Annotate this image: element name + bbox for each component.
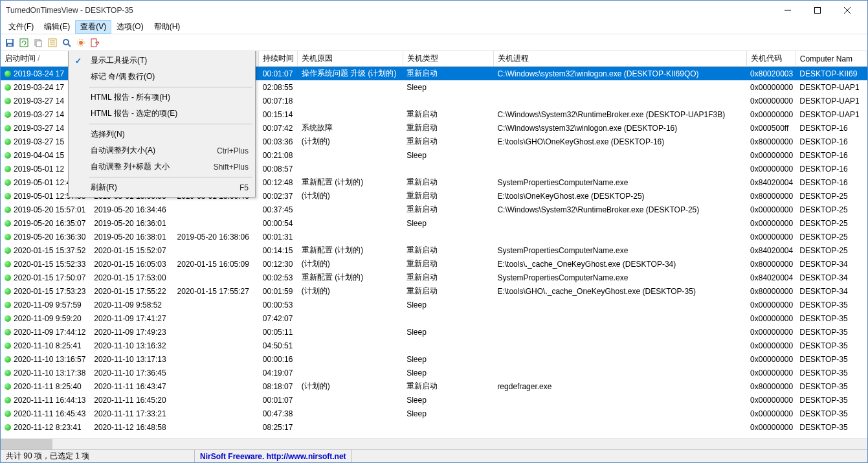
cell bbox=[403, 230, 493, 243]
toolbar bbox=[1, 34, 867, 51]
cell bbox=[173, 325, 258, 339]
content-area: 启动时间 /.持续时间关机原因关机类型关机进程关机代码Computer Nam … bbox=[1, 51, 867, 438]
column-header-6[interactable]: 关机进程 bbox=[493, 51, 746, 67]
cell: 0x80000000 bbox=[746, 284, 796, 298]
table-row[interactable]: 2020-11-10 8:25:412020-11-10 13:16:3204:… bbox=[1, 339, 867, 352]
cell bbox=[493, 339, 746, 352]
column-header-7[interactable]: 关机代码 bbox=[746, 51, 796, 67]
menu-separator bbox=[89, 87, 252, 87]
exit-icon[interactable] bbox=[89, 36, 102, 49]
menu-entry-7[interactable]: 选择列(N) bbox=[70, 126, 254, 142]
settings-icon[interactable] bbox=[74, 36, 87, 49]
cell: DESKTOP-25 bbox=[796, 243, 867, 257]
column-header-3[interactable]: 持续时间 bbox=[259, 51, 298, 67]
cell bbox=[493, 352, 746, 366]
cell: 重新启动 bbox=[403, 189, 493, 203]
cell: 0x80000000 bbox=[746, 379, 796, 393]
status-dot-icon bbox=[5, 315, 11, 322]
cell: (计划的) bbox=[298, 284, 403, 298]
cell bbox=[173, 366, 258, 379]
column-header-4[interactable]: 关机原因 bbox=[298, 51, 403, 67]
cell: 2020-11-10 13:16:32 bbox=[90, 339, 173, 352]
table-row[interactable]: 2020-11-10 13:17:382020-11-10 17:36:4504… bbox=[1, 366, 867, 379]
cell: DESKTOP-35 bbox=[796, 311, 867, 325]
minimize-button[interactable] bbox=[773, 1, 803, 20]
table-row[interactable]: 2020-01-15 17:53:232020-01-15 17:55:2220… bbox=[1, 284, 867, 298]
table-row[interactable]: 2020-01-15 15:37:522020-01-15 15:52:0700… bbox=[1, 243, 867, 257]
menu-item-3[interactable]: 选项(O) bbox=[111, 20, 148, 34]
cell: 系统故障 bbox=[298, 121, 403, 135]
status-dot-icon bbox=[5, 207, 11, 213]
table-row[interactable]: 2020-11-11 16:45:432020-11-11 17:33:2100… bbox=[1, 407, 867, 420]
table-row[interactable]: 2020-01-15 15:52:332020-01-15 16:05:0320… bbox=[1, 257, 867, 271]
menu-item-0[interactable]: 文件(F) bbox=[3, 20, 39, 34]
menu-item-2[interactable]: 查看(V) bbox=[75, 20, 111, 34]
table-row[interactable]: 2019-05-20 16:36:302019-05-20 16:38:0120… bbox=[1, 230, 867, 243]
cell: 00:12:48 bbox=[259, 175, 298, 189]
horizontal-scrollbar[interactable] bbox=[1, 438, 867, 449]
statusbar: 共计 90 项，已选定 1 项 NirSoft Freeware. http:/… bbox=[1, 449, 867, 462]
menu-entry-1[interactable]: ✓显示工具提示(T) bbox=[70, 52, 254, 69]
cell bbox=[173, 243, 258, 257]
cell: C:\Windows\System32\RuntimeBroker.exe (D… bbox=[493, 203, 746, 216]
cell: DESKTOP-16 bbox=[796, 135, 867, 148]
table-row[interactable]: 2020-11-12 8:23:412020-11-12 16:48:5808:… bbox=[1, 420, 867, 434]
table-row[interactable]: 2020-01-15 17:50:072020-01-15 17:53:0000… bbox=[1, 271, 867, 284]
cell: DESKTOP-UAP1 bbox=[796, 107, 867, 121]
cell: 08:18:07 bbox=[259, 379, 298, 393]
cell: 0x00000000 bbox=[746, 230, 796, 243]
cell: 00:01:07 bbox=[259, 67, 298, 81]
cell: (计划的) bbox=[298, 135, 403, 148]
cell: 00:02:53 bbox=[259, 271, 298, 284]
cell: C:\Windows\system32\winlogon.exe (DESKTO… bbox=[493, 67, 746, 81]
menu-entry-4[interactable]: HTML 报告 - 所有项(H) bbox=[70, 89, 254, 106]
copy-icon[interactable] bbox=[32, 36, 45, 49]
menubar: 文件(F)编辑(E)查看(V)选项(O)帮助(H) bbox=[1, 20, 867, 34]
menu-entry-9[interactable]: 自动调整 列+标题 大小Shift+Plus bbox=[70, 159, 254, 175]
menu-item-1[interactable]: 编辑(E) bbox=[39, 20, 75, 34]
cell: E:\tools\._cache_OneKeyGhost.exe (DESKTO… bbox=[493, 257, 746, 271]
menu-entry-2[interactable]: 标记 奇/偶 数行(O) bbox=[70, 69, 254, 85]
scrollbar-thumb[interactable] bbox=[1, 439, 52, 449]
cell: 2020-11-10 17:36:45 bbox=[90, 366, 173, 379]
cell: 0x000500ff bbox=[746, 121, 796, 135]
cell: 00:08:57 bbox=[259, 162, 298, 175]
refresh-icon[interactable] bbox=[17, 36, 30, 49]
table-row[interactable]: 2020-11-11 8:25:402020-11-11 16:43:4708:… bbox=[1, 379, 867, 393]
cell: DESKTOP-35 bbox=[796, 366, 867, 379]
table-row[interactable]: 2020-11-09 17:44:122020-11-09 17:49:2300… bbox=[1, 325, 867, 339]
menu-entry-11[interactable]: 刷新(R)F5 bbox=[70, 179, 254, 196]
status-count: 共计 90 项，已选定 1 项 bbox=[1, 450, 195, 462]
save-icon[interactable] bbox=[3, 36, 16, 49]
close-button[interactable] bbox=[832, 1, 862, 20]
cell: DESKTOP-25 bbox=[796, 230, 867, 243]
status-dot-icon bbox=[5, 424, 11, 431]
cell: 2020-11-11 16:43:47 bbox=[90, 379, 173, 393]
view-menu-dropdown: 显示网格线(G)✓显示工具提示(T)标记 奇/偶 数行(O)HTML 报告 - … bbox=[68, 51, 256, 198]
svg-rect-1 bbox=[815, 8, 821, 14]
menu-item-4[interactable]: 帮助(H) bbox=[149, 20, 186, 34]
cell bbox=[298, 393, 403, 407]
table-row[interactable]: 2019-05-20 16:35:072019-05-20 16:36:0100… bbox=[1, 216, 867, 230]
maximize-button[interactable] bbox=[803, 1, 832, 20]
column-header-8[interactable]: Computer Nam bbox=[796, 51, 867, 67]
table-row[interactable]: 2020-11-09 9:57:592020-11-09 9:58:5200:0… bbox=[1, 298, 867, 311]
table-row[interactable]: 2020-11-11 16:44:132020-11-11 16:45:2000… bbox=[1, 393, 867, 407]
column-header-5[interactable]: 关机类型 bbox=[403, 51, 493, 67]
table-row[interactable]: 2019-05-20 15:57:012019-05-20 16:34:4600… bbox=[1, 203, 867, 216]
menu-entry-5[interactable]: HTML 报告 - 选定的项(E) bbox=[70, 106, 254, 122]
cell: DESKTOP-35 bbox=[796, 420, 867, 434]
cell bbox=[298, 203, 403, 216]
find-icon[interactable] bbox=[60, 36, 73, 49]
cell: 00:47:38 bbox=[259, 407, 298, 420]
properties-icon[interactable] bbox=[46, 36, 59, 49]
table-row[interactable]: 2020-11-09 9:59:202020-11-09 17:41:2707:… bbox=[1, 311, 867, 325]
menu-entry-8[interactable]: 自动调整列大小(A)Ctrl+Plus bbox=[70, 142, 254, 159]
cell: 0x84020004 bbox=[746, 175, 796, 189]
status-credit[interactable]: NirSoft Freeware. http://www.nirsoft.net bbox=[195, 450, 352, 462]
cell: 04:50:51 bbox=[259, 339, 298, 352]
cell: (计划的) bbox=[298, 189, 403, 203]
cell bbox=[493, 311, 746, 325]
cell bbox=[173, 216, 258, 230]
table-row[interactable]: 2020-11-10 13:16:572020-11-10 13:17:1300… bbox=[1, 352, 867, 366]
